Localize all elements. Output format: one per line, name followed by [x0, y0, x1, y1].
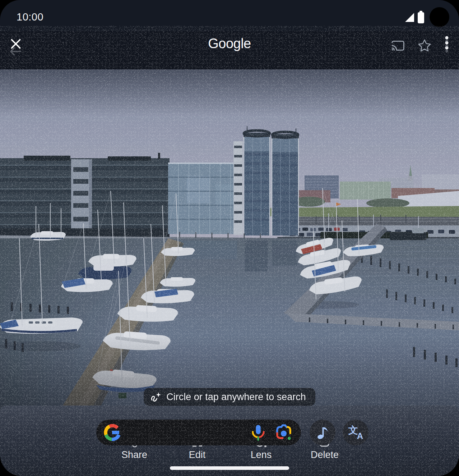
scribble-sparkle-icon	[150, 391, 162, 403]
favorite-button[interactable]	[417, 37, 432, 54]
gesture-navigation-handle[interactable]	[170, 466, 289, 470]
google-lens-icon[interactable]	[275, 424, 292, 441]
cast-icon	[390, 39, 405, 52]
circle-to-search-hint: Circle or tap anywhere to search	[144, 388, 315, 406]
lens-button[interactable]: Lens	[251, 449, 272, 461]
music-note-icon	[317, 426, 328, 439]
song-search-button[interactable]	[310, 420, 335, 445]
search-panel: Share Edit Lens Delete	[0, 406, 459, 476]
status-bar: 10:00	[0, 0, 459, 31]
delete-button[interactable]: Delete	[311, 449, 339, 461]
signal-icon	[404, 12, 415, 23]
edit-button[interactable]: Edit	[189, 449, 206, 461]
clock: 10:00	[17, 11, 43, 23]
overflow-menu-icon	[444, 35, 449, 56]
harbor-photo[interactable]	[0, 69, 459, 421]
phone-screen: 10:00 Google	[0, 0, 459, 476]
translate-icon: 文A	[348, 425, 363, 440]
cast-button[interactable]	[390, 37, 406, 54]
hint-text: Circle or tap anywhere to search	[166, 392, 306, 403]
share-icon-partial	[131, 445, 138, 448]
battery-icon	[417, 11, 425, 24]
app-bar: Google	[0, 31, 459, 69]
google-search-bar[interactable]	[96, 420, 301, 445]
camera-cutout	[430, 7, 449, 27]
overflow-menu-button[interactable]	[443, 37, 450, 54]
share-button[interactable]: Share	[121, 449, 147, 461]
google-g-logo	[104, 424, 121, 441]
translate-button[interactable]: 文A	[343, 420, 368, 445]
star-icon	[417, 38, 432, 53]
mic-icon[interactable]	[251, 424, 266, 441]
